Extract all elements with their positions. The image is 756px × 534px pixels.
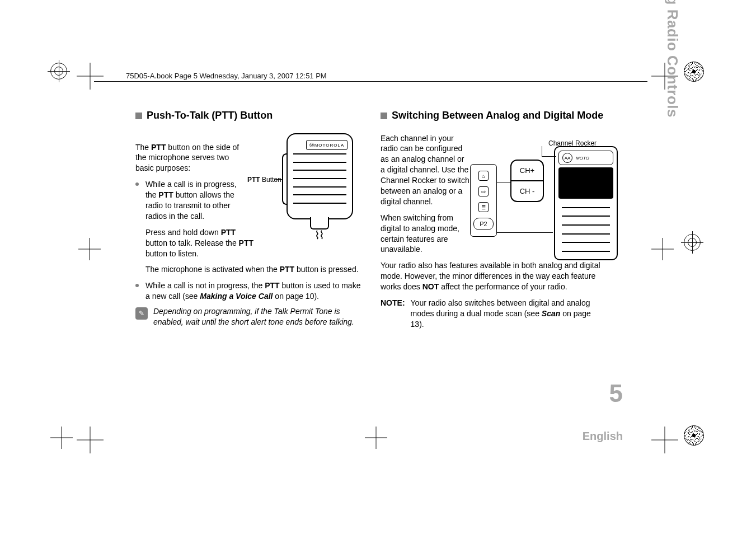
mic-cable-icon: ⌇⌇: [314, 228, 323, 242]
section-marker-icon: [381, 113, 387, 119]
keypad-btn: ⇨: [478, 186, 489, 196]
bullet-dot-icon: [135, 182, 139, 186]
motorola-logo: Ⓜ MOTOROLA: [306, 140, 348, 150]
mode-note: NOTE: Your radio also switches between d…: [381, 298, 604, 330]
mode-note-text: Your radio also switches between digital…: [411, 298, 604, 330]
crosshair-icon: [365, 427, 387, 449]
radio-top-bar: AA MOTO: [558, 151, 613, 165]
heading-mode: Switching Between Analog and Digital Mod…: [381, 109, 604, 122]
mic-grille-icon: [293, 153, 346, 204]
mode-p3: Your radio also has features available i…: [381, 260, 604, 292]
ptt-note: ✎ Depending on programming, if the Talk …: [135, 306, 362, 327]
keypad-btn: ⌂: [478, 171, 489, 181]
radio-keypad-icon: ⌂ ⇨ ≣ P2: [470, 164, 497, 237]
header-rule: [94, 81, 647, 82]
ptt-figure: PTT Button Ⓜ MOTOROLA ⌇⌇: [247, 133, 354, 251]
note-label: NOTE:: [381, 298, 405, 330]
ch-plus: CH+: [511, 161, 543, 180]
mode-p1: Each channel in your radio can be config…: [381, 133, 470, 207]
radio-brand: MOTO: [576, 156, 589, 161]
mic-neck-icon: [310, 217, 329, 229]
channel-rocker-icon: CH+ CH -: [510, 160, 544, 202]
leader-line: [497, 232, 553, 233]
crosshair-icon: [651, 238, 674, 260]
bullet-1-text: While a call is in progress, the PTT but…: [145, 179, 247, 222]
microphone-icon: Ⓜ MOTOROLA: [287, 133, 353, 219]
bullet-2-text: While a call is not in progress, the PTT…: [145, 280, 362, 302]
language-label: English: [583, 430, 623, 443]
mic-activated-text: The microphone is activated when the PTT…: [145, 264, 362, 275]
bullet-1: While a call is in progress, the PTT but…: [135, 179, 247, 222]
keypad-btn: ≣: [478, 202, 489, 212]
heading-text: Switching Between Analog and Digital Mod…: [392, 110, 603, 121]
heading-ptt: Push-To-Talk (PTT) Button: [135, 109, 362, 122]
crosshair-icon: [77, 63, 104, 90]
leader-line: [497, 182, 510, 182]
crosshair-icon: [651, 427, 678, 453]
ptt-note-text: Depending on programming, if the Talk Pe…: [153, 306, 362, 327]
crosshair-icon: [77, 427, 104, 453]
registration-mark-icon: [50, 63, 67, 79]
running-header: 75D05-A.book Page 5 Wednesday, January 3…: [126, 72, 327, 80]
section-marker-icon: [135, 113, 142, 119]
p2-button-icon: P2: [473, 218, 494, 230]
registration-mark-icon: [684, 234, 701, 251]
ch-minus: CH -: [511, 181, 543, 201]
registration-wheel-icon: [684, 425, 704, 446]
note-icon: ✎: [135, 307, 148, 320]
press-hold-text: Press and hold down PTT button to talk. …: [145, 227, 257, 259]
side-section-title: Identifying Radio Controls: [664, 0, 681, 118]
radio-screen-icon: [558, 167, 613, 199]
radio-speaker-icon: [558, 203, 613, 256]
crosshair-icon: [78, 238, 101, 260]
heading-text: Push-To-Talk (PTT) Button: [147, 110, 273, 121]
radio-figure: Channel Rocker ⌂ ⇨ ≣ P2 CH+ CH - AA MOTO: [470, 143, 616, 260]
mode-p2: When switching from digital to analog mo…: [381, 213, 470, 255]
page-number: 5: [609, 380, 623, 407]
ptt-button-label: PTT Button: [247, 176, 281, 184]
registration-wheel-icon: [684, 62, 704, 82]
aa-logo-icon: AA: [562, 153, 572, 163]
bullet-dot-icon: [135, 284, 139, 287]
crosshair-icon: [50, 427, 73, 449]
leader-line: [542, 146, 542, 156]
bullet-2: While a call is not in progress, the PTT…: [135, 280, 362, 302]
ptt-intro: The PTT button on the side of the microp…: [135, 142, 242, 174]
radio-body-icon: AA MOTO: [554, 146, 618, 260]
